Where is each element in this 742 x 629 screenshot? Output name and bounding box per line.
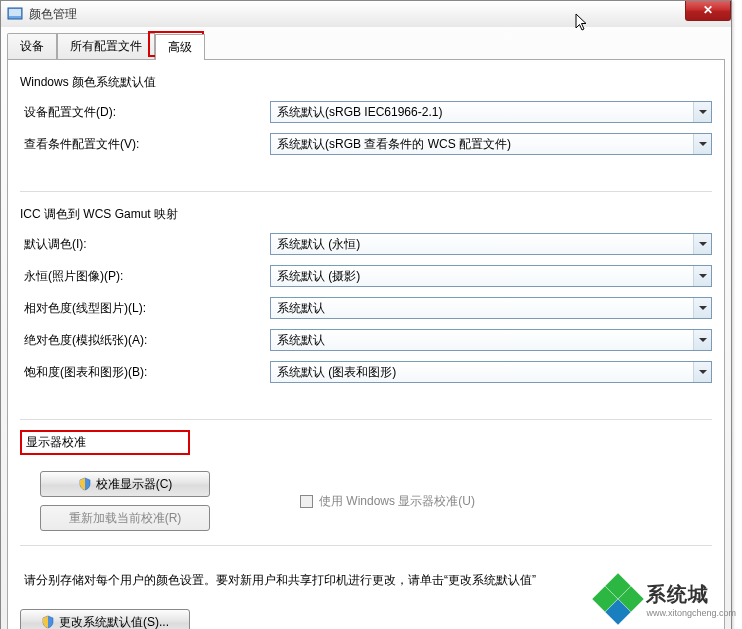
combo-perm-value: 系统默认 (摄影) [277,268,360,285]
label-viewing-profile: 查看条件配置文件(V): [20,136,270,153]
combo-default-intent-value: 系统默认 (永恒) [277,236,360,253]
divider [20,191,712,192]
tab-devices[interactable]: 设备 [7,33,57,59]
content-panel: Windows 颜色系统默认值 设备配置文件(D): 系统默认(sRGB IEC… [7,59,725,629]
combo-abs-value: 系统默认 [277,332,325,349]
combo-viewing-profile-value: 系统默认(sRGB 查看条件的 WCS 配置文件) [277,136,511,153]
tab-advanced[interactable]: 高级 [155,34,205,60]
titlebar: 颜色管理 ✕ [1,1,731,27]
chevron-down-icon [693,266,711,286]
combo-perm[interactable]: 系统默认 (摄影) [270,265,712,287]
chevron-down-icon [693,102,711,122]
label-device-profile: 设备配置文件(D): [20,104,270,121]
reload-calibration-label: 重新加载当前校准(R) [69,510,182,527]
combo-default-intent[interactable]: 系统默认 (永恒) [270,233,712,255]
instruction-text: 请分别存储对每个用户的颜色设置。要对新用户和共享打印机进行更改，请单击“更改系统… [20,556,712,609]
chevron-down-icon [693,298,711,318]
combo-sat-value: 系统默认 (图表和图形) [277,364,396,381]
combo-viewing-profile[interactable]: 系统默认(sRGB 查看条件的 WCS 配置文件) [270,133,712,155]
label-rel: 相对色度(线型图片)(L): [20,300,270,317]
group-title-icc: ICC 调色到 WCS Gamut 映射 [20,202,712,233]
combo-rel[interactable]: 系统默认 [270,297,712,319]
combo-sat[interactable]: 系统默认 (图表和图形) [270,361,712,383]
label-sat: 饱和度(图表和图形)(B): [20,364,270,381]
color-management-window: 颜色管理 ✕ 设备 所有配置文件 高级 Windows 颜色系统默认值 设备配置… [0,0,732,629]
group-icc-wcs: ICC 调色到 WCS Gamut 映射 默认调色(I): 系统默认 (永恒) … [20,202,712,403]
combo-abs[interactable]: 系统默认 [270,329,712,351]
label-default-intent: 默认调色(I): [20,236,270,253]
tab-profiles[interactable]: 所有配置文件 [57,33,155,59]
calibrate-display-button[interactable]: 校准显示器(C) [40,471,210,497]
divider [20,419,712,420]
combo-device-profile[interactable]: 系统默认(sRGB IEC61966-2.1) [270,101,712,123]
window-title: 颜色管理 [29,6,77,23]
change-system-defaults-button[interactable]: 更改系统默认值(S)... [20,609,190,629]
label-abs: 绝对色度(模拟纸张)(A): [20,332,270,349]
chevron-down-icon [693,362,711,382]
chevron-down-icon [693,234,711,254]
chevron-down-icon [693,330,711,350]
calibrate-display-label: 校准显示器(C) [96,476,173,493]
shield-icon [41,615,55,629]
label-perm: 永恒(照片图像)(P): [20,268,270,285]
highlight-calibration-title: 显示器校准 [20,430,190,455]
combo-device-profile-value: 系统默认(sRGB IEC61966-2.1) [277,104,442,121]
reload-calibration-button: 重新加载当前校准(R) [40,505,210,531]
group-calibration: 显示器校准 校准显示器(C) 重新加载当前 [20,430,712,541]
use-windows-calibration-row: 使用 Windows 显示器校准(U) [300,493,475,510]
group-title-defaults: Windows 颜色系统默认值 [20,70,712,101]
calibration-title: 显示器校准 [26,435,86,449]
close-button[interactable]: ✕ [685,1,731,21]
tab-bar: 设备 所有配置文件 高级 [1,27,731,59]
divider [20,545,712,546]
app-icon [7,6,23,22]
svg-rect-1 [9,9,21,16]
use-windows-calibration-label: 使用 Windows 显示器校准(U) [319,493,475,510]
shield-icon [78,477,92,491]
group-windows-defaults: Windows 颜色系统默认值 设备配置文件(D): 系统默认(sRGB IEC… [20,70,712,175]
use-windows-calibration-checkbox[interactable] [300,495,313,508]
combo-rel-value: 系统默认 [277,300,325,317]
chevron-down-icon [693,134,711,154]
change-system-defaults-label: 更改系统默认值(S)... [59,614,169,630]
